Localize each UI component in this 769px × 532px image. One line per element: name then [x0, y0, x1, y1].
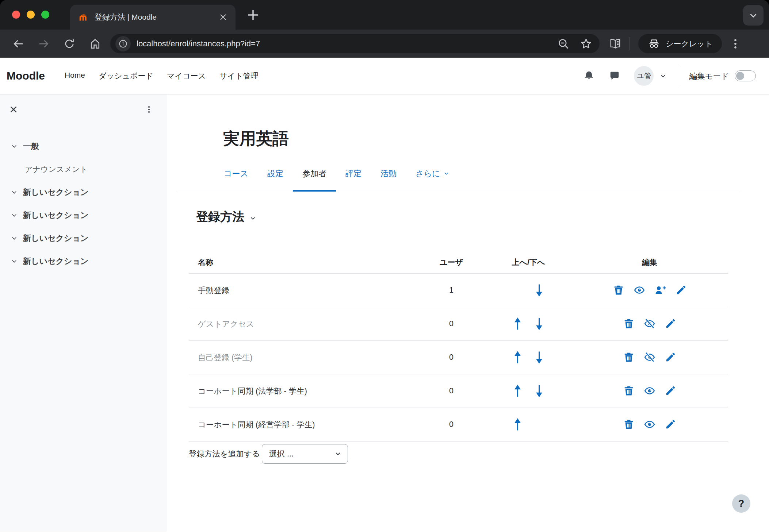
hide-button[interactable] — [644, 419, 655, 430]
enrol-users-button[interactable] — [655, 285, 666, 296]
add-method-select[interactable]: 選択 ... — [262, 444, 348, 464]
course-index-item-label[interactable]: アナウンスメント — [25, 164, 88, 174]
show-button[interactable] — [644, 318, 655, 329]
user-avatar[interactable]: ユ管 — [634, 66, 654, 86]
user-menu-chevron-icon[interactable] — [659, 72, 667, 80]
edit-button[interactable] — [665, 419, 676, 430]
method-name: コーホート同期 (法学部 - 学生) — [189, 386, 417, 396]
course-index-menu-icon[interactable] — [145, 105, 153, 113]
edit-button[interactable] — [665, 385, 676, 396]
course-index-section[interactable]: 一般 — [0, 135, 167, 158]
move-up-button[interactable] — [513, 317, 522, 331]
tab-0[interactable]: コース — [214, 168, 258, 192]
show-button[interactable] — [644, 352, 655, 363]
reload-button[interactable] — [59, 34, 80, 54]
course-index-section[interactable]: 新しいセクション — [0, 227, 167, 250]
hide-button[interactable] — [634, 285, 645, 296]
moodle-brand[interactable]: Moodle — [7, 70, 45, 82]
notifications-bell-icon[interactable] — [584, 70, 594, 81]
section-chevron-icon[interactable] — [11, 212, 18, 219]
delete-button[interactable] — [623, 352, 634, 363]
delete-button[interactable] — [623, 318, 634, 329]
close-drawer-icon[interactable] — [9, 105, 18, 114]
primary-navigation: Homeダッシュボードマイコースサイト管理 — [65, 71, 258, 81]
moodle-favicon-icon — [78, 12, 89, 23]
tab-2[interactable]: 参加者 — [293, 168, 336, 192]
tab-5[interactable]: さらに — [406, 168, 459, 192]
move-down-button[interactable] — [535, 284, 544, 297]
tab-close-icon[interactable] — [219, 13, 227, 22]
user-initials: ユ管 — [637, 71, 651, 81]
messages-icon[interactable] — [609, 70, 620, 81]
section-chevron-icon[interactable] — [11, 143, 18, 150]
tab-title: 登録方法 | Moodle — [95, 12, 157, 22]
delete-button[interactable] — [623, 419, 634, 430]
method-name: 自己登録 (学生) — [189, 352, 417, 363]
course-index-list: 一般アナウンスメント新しいセクション新しいセクション新しいセクション新しいセクシ… — [0, 135, 167, 273]
nav-link-3[interactable]: サイト管理 — [219, 71, 258, 81]
address-bar[interactable]: localhost/enrol/instances.php?id=7 — [110, 34, 600, 53]
section-chevron-icon[interactable] — [11, 189, 18, 196]
tab-1[interactable]: 設定 — [258, 168, 293, 192]
select-chevron-icon — [334, 450, 341, 457]
bookmark-star-icon[interactable] — [580, 38, 592, 50]
move-up-button[interactable] — [513, 418, 522, 431]
user-count: 0 — [417, 386, 486, 396]
reading-list-icon[interactable] — [609, 38, 621, 50]
browser-menu-icon[interactable] — [729, 38, 742, 50]
site-info-icon[interactable] — [115, 36, 131, 51]
edit-actions — [571, 419, 728, 430]
move-down-button[interactable] — [535, 384, 544, 398]
delete-button[interactable] — [613, 285, 624, 296]
course-index-item-label[interactable]: 新しいセクション — [23, 233, 89, 244]
close-window-button[interactable] — [12, 11, 20, 19]
browser-tab[interactable]: 登録方法 | Moodle — [70, 5, 236, 30]
course-index-item-label[interactable]: 一般 — [23, 141, 39, 152]
arrow-down-icon — [535, 384, 544, 398]
move-down-slot — [535, 351, 544, 364]
forward-button[interactable] — [34, 34, 54, 54]
section-chevron-icon[interactable] — [11, 258, 18, 265]
move-down-button[interactable] — [535, 351, 544, 364]
back-button[interactable] — [8, 34, 28, 54]
course-index-section[interactable]: 新しいセクション — [0, 250, 167, 273]
arrow-up-icon — [513, 351, 522, 364]
help-button[interactable]: ? — [732, 494, 750, 513]
url-text[interactable]: localhost/enrol/instances.php?id=7 — [137, 39, 260, 49]
move-up-button[interactable] — [513, 351, 522, 364]
move-down-slot — [535, 384, 544, 398]
course-index-section[interactable]: 新しいセクション — [0, 181, 167, 204]
course-index-item-label[interactable]: 新しいセクション — [23, 210, 89, 221]
hide-button[interactable] — [644, 385, 655, 396]
home-button[interactable] — [85, 34, 105, 54]
move-up-slot — [513, 351, 522, 364]
zoom-window-button[interactable] — [41, 11, 49, 19]
nav-link-2[interactable]: マイコース — [167, 71, 206, 81]
tab-3[interactable]: 評定 — [336, 168, 371, 192]
add-method-label: 登録方法を追加する — [189, 448, 260, 459]
nav-link-1[interactable]: ダッシュボード — [99, 71, 153, 81]
edit-button[interactable] — [676, 285, 686, 296]
course-index-activity[interactable]: アナウンスメント — [0, 158, 167, 181]
nav-link-0[interactable]: Home — [65, 71, 85, 81]
zoom-out-icon[interactable] — [557, 38, 570, 50]
edit-button[interactable] — [665, 352, 676, 363]
pencil-icon — [665, 419, 676, 430]
delete-button[interactable] — [623, 385, 634, 396]
heading-dropdown-chevron-icon[interactable] — [250, 215, 256, 221]
tab-search-button[interactable] — [743, 5, 764, 26]
minimize-window-button[interactable] — [27, 11, 35, 19]
edit-actions — [571, 285, 728, 296]
move-up-slot — [513, 317, 522, 331]
arrow-up-icon — [513, 317, 522, 331]
edit-button[interactable] — [665, 318, 676, 329]
edit-mode-toggle[interactable] — [735, 70, 756, 81]
course-index-item-label[interactable]: 新しいセクション — [23, 187, 89, 198]
move-down-button[interactable] — [535, 317, 544, 331]
course-index-section[interactable]: 新しいセクション — [0, 204, 167, 227]
move-up-button[interactable] — [513, 384, 522, 398]
section-chevron-icon[interactable] — [11, 235, 18, 242]
tab-4[interactable]: 活動 — [371, 168, 406, 192]
new-tab-button[interactable] — [245, 7, 261, 23]
course-index-item-label[interactable]: 新しいセクション — [23, 256, 89, 267]
